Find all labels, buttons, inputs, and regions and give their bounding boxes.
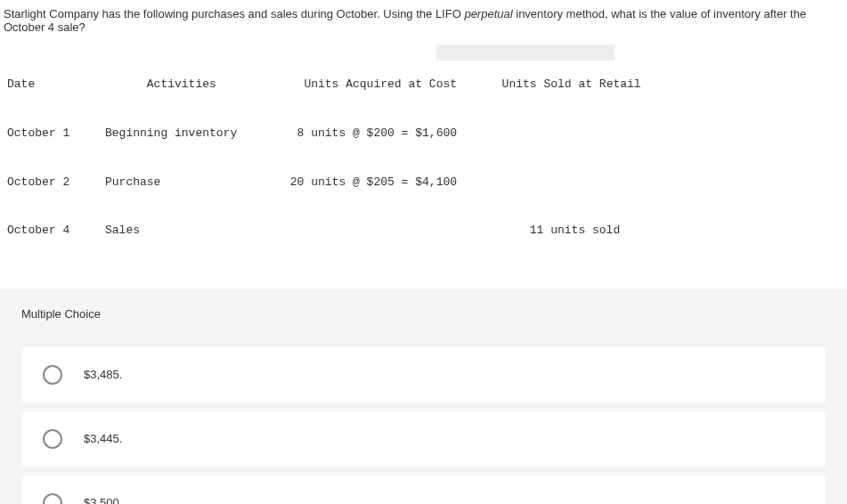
table-header-row: Date Activities Units Acquired at Cost U…: [7, 77, 840, 93]
multiple-choice-label: Multiple Choice: [21, 298, 826, 347]
data-table: Date Activities Units Acquired at Cost U…: [7, 45, 840, 272]
radio-icon: [43, 365, 62, 385]
radio-icon: [43, 429, 62, 449]
option-text: $3,445.: [84, 432, 122, 445]
header-date: Date: [7, 77, 105, 93]
cell-date: October 2: [7, 175, 105, 191]
cell-units-sold: 11 units sold: [488, 223, 666, 239]
option-container: $3,500.: [21, 476, 826, 504]
table-row: October 1 Beginning inventory 8 units @ …: [7, 126, 840, 142]
cell-activities: Purchase: [105, 175, 283, 191]
cell-units-cost: 20 units @ $205 = $4,100: [283, 175, 488, 191]
cell-units-cost: 8 units @ $200 = $1,600: [283, 126, 488, 142]
option-container: $3,485.: [21, 347, 826, 402]
multiple-choice-section: Multiple Choice $3,485. $3,445. $3,500. …: [0, 289, 847, 504]
cell-date: October 4: [7, 223, 105, 239]
table-row: October 2 Purchase 20 units @ $205 = $4,…: [7, 175, 840, 191]
option-text: $3,500.: [84, 496, 122, 504]
option-1[interactable]: $3,485.: [21, 347, 826, 402]
cell-units-sold: [488, 175, 666, 191]
option-container: $3,445.: [21, 411, 826, 467]
radio-icon: [43, 493, 62, 504]
cell-units-sold: [488, 126, 666, 142]
cell-activities: Beginning inventory: [105, 126, 283, 142]
header-activities: Activities: [105, 77, 283, 93]
question-text: Starlight Company has the following purc…: [0, 0, 847, 41]
header-units-sold: Units Sold at Retail: [488, 77, 666, 93]
option-2[interactable]: $3,445.: [21, 411, 826, 467]
question-italic: perpetual: [464, 7, 512, 20]
data-table-wrapper: Date Activities Units Acquired at Cost U…: [0, 45, 847, 272]
question-prefix: Starlight Company has the following purc…: [4, 7, 464, 20]
cell-activities: Sales: [105, 223, 283, 239]
option-3[interactable]: $3,500.: [21, 476, 826, 504]
header-units-cost: Units Acquired at Cost: [283, 77, 488, 93]
option-text: $3,485.: [84, 368, 122, 381]
cell-date: October 1: [7, 126, 105, 142]
table-row: October 4 Sales 11 units sold: [7, 223, 840, 239]
cell-units-cost: [283, 223, 488, 239]
